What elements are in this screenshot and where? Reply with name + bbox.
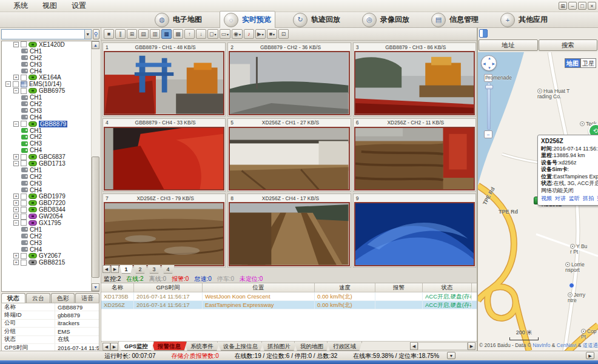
hscroll-left-icon[interactable]: ◀ <box>410 342 418 350</box>
tree-node[interactable]: +XE164A <box>2 74 99 81</box>
column-header-名称[interactable]: 名称 <box>101 283 134 292</box>
menu-item-视图[interactable]: 视图 <box>35 0 64 12</box>
toolbar-button-其他应用[interactable]: +其他应用 <box>496 11 552 29</box>
map-type-satellite-button[interactable]: 卫星 <box>580 58 596 68</box>
grid-3x3-button[interactable]: ▦ <box>161 29 172 39</box>
expand-icon[interactable]: + <box>13 260 19 265</box>
tree-checkbox[interactable] <box>21 41 27 47</box>
tree-node[interactable]: −GBB6975 <box>2 87 99 94</box>
tree-node[interactable]: +GW2054 <box>2 213 99 220</box>
tree-node[interactable]: −GX1795 <box>2 220 99 226</box>
video-cell-8[interactable]: 8XD256Z - CH4 - 17 KB/S <box>227 194 351 268</box>
tab-语音[interactable]: 语音 <box>75 293 99 303</box>
tree-node[interactable]: CH2 <box>2 101 99 107</box>
tree-node[interactable]: CH3 <box>2 180 99 187</box>
tree-checkbox[interactable] <box>21 207 27 213</box>
tab-云台[interactable]: 云台 <box>26 293 50 303</box>
tree-node[interactable]: −EMS(10/14) <box>2 81 99 87</box>
toolbar-button-轨迹回放[interactable]: ↻轨迹回放 <box>289 11 344 29</box>
column-header-GPS时间[interactable]: GPS时间 <box>134 283 203 292</box>
view-pause-button[interactable]: ∥ <box>115 29 126 39</box>
tree-node[interactable]: CH2 <box>2 233 99 240</box>
video-cell-1[interactable]: 1GBB8879 - CH1 - 48 KB/S <box>102 42 226 116</box>
monitor-tab-报警信息[interactable]: 报警信息 <box>152 342 187 351</box>
column-header-速度[interactable]: 速度 <box>315 283 375 292</box>
tree-checkbox[interactable] <box>21 121 27 127</box>
tree-checkbox[interactable] <box>21 260 27 266</box>
view-stop-button[interactable]: ■ <box>104 29 114 39</box>
collapse-icon[interactable]: − <box>5 81 11 87</box>
scroll-up-icon[interactable]: ▲ <box>92 41 99 49</box>
popup-link-对讲[interactable]: 对讲 <box>555 195 566 203</box>
video-page-tab-2[interactable]: 2 <box>133 265 147 274</box>
monitor-tab-我的地图[interactable]: 我的地图 <box>294 342 329 351</box>
column-header-状态[interactable]: 状态 <box>423 283 472 292</box>
toolbar-button-录像回放[interactable]: ◎录像回放 <box>358 11 414 29</box>
tree-node[interactable]: +GBD1979 <box>2 193 99 200</box>
search-button[interactable]: 搜索 <box>539 39 598 51</box>
expand-icon[interactable]: + <box>13 214 19 219</box>
tree-node[interactable]: CH1 <box>2 48 99 55</box>
collapse-icon[interactable]: − <box>13 42 19 47</box>
stop-button[interactable]: ■▾ <box>267 29 277 39</box>
map-zoom-slider[interactable]: + − <box>484 74 493 138</box>
toolbar-button-电子地图[interactable]: ◍电子地图 <box>150 11 206 29</box>
video-cell-2[interactable]: 2GBB8879 - CH2 - 36 KB/S <box>227 42 351 116</box>
monitor-tab-抓拍图片[interactable]: 抓拍图片 <box>261 342 297 351</box>
tree-checkbox[interactable] <box>21 200 27 206</box>
video-page-tab-4[interactable]: 4 <box>161 265 175 274</box>
tree-node[interactable]: CH2 <box>2 133 99 140</box>
expand-icon[interactable]: + <box>13 75 19 80</box>
monitor-tab-设备上报信息[interactable]: 设备上报信息 <box>217 342 264 351</box>
table-row[interactable]: XD256Z2016-07-14 11:56:17EastTampines Ex… <box>101 301 477 309</box>
tree-node[interactable]: −GBB8879 <box>2 121 99 127</box>
tab-色彩[interactable]: 色彩 <box>51 293 75 303</box>
tree-node[interactable]: CH4 <box>2 114 99 121</box>
statusbar-dropdown-button[interactable]: ▼ <box>447 352 455 359</box>
tree-node[interactable]: +GBD7220 <box>2 200 99 206</box>
popup-link-视频[interactable]: 视频 <box>541 195 552 203</box>
tree-checkbox[interactable] <box>21 194 27 200</box>
tree-node[interactable]: −GBD1713 <box>2 160 99 167</box>
table-row[interactable]: XD1735B2016-07-14 11:56:17WestJoon Koon … <box>101 292 477 301</box>
close-icon[interactable]: × <box>588 2 596 10</box>
tree-checkbox[interactable] <box>21 88 27 94</box>
tree-checkbox[interactable] <box>13 81 19 87</box>
page-up-button[interactable]: ↑ <box>184 29 195 39</box>
monitor-tab-行政区域[interactable]: 行政区域 <box>327 342 362 351</box>
window-layout-button[interactable]: ▭▾ <box>220 29 231 39</box>
column-header-报警[interactable]: 报警 <box>375 283 423 292</box>
popup-link-监听[interactable]: 监听 <box>569 195 580 203</box>
grid-4x4-button[interactable]: ▩ <box>173 29 183 39</box>
minimize-icon[interactable]: – <box>568 2 577 10</box>
snapshot-button[interactable]: ◉▾ <box>232 29 243 39</box>
zoom-out-icon[interactable]: − <box>484 130 492 138</box>
tree-node[interactable]: +GBB8215 <box>2 259 99 266</box>
video-cell-9[interactable]: 9 <box>353 194 476 268</box>
map-collapse-button[interactable] <box>479 29 488 38</box>
collapse-icon[interactable]: − <box>13 121 19 127</box>
tree-node[interactable]: CH3 <box>2 140 99 147</box>
collapse-icon[interactable]: − <box>13 161 19 166</box>
collapse-icon[interactable]: − <box>13 220 19 226</box>
tree-node[interactable]: CH2 <box>2 55 99 61</box>
play-button[interactable]: ▶▾ <box>255 29 266 39</box>
expand-icon[interactable]: + <box>13 207 19 212</box>
monitortab-right-icon[interactable]: ▶ <box>110 343 118 351</box>
map-pan-control[interactable]: ▲▼ ◀▶ <box>481 55 497 71</box>
tree-node[interactable]: CH1 <box>2 94 99 101</box>
collapse-icon[interactable]: − <box>13 88 19 93</box>
expand-icon[interactable]: + <box>13 194 19 199</box>
device-search-input[interactable] <box>1 29 85 39</box>
aspect-ratio-button[interactable]: ◻▾ <box>207 29 218 39</box>
expand-icon[interactable]: + <box>13 253 19 258</box>
tree-node[interactable]: +GBD8344 <box>2 206 99 213</box>
tab-状态[interactable]: 状态 <box>1 293 25 303</box>
video-cell-6[interactable]: 6XD256Z - CH2 - 11 KB/S <box>353 118 476 192</box>
tree-checkbox[interactable] <box>21 253 27 259</box>
search-icon[interactable]: ⚲ <box>93 29 100 39</box>
menu-item-系统[interactable]: 系统 <box>6 0 35 12</box>
tree-node[interactable]: CH4 <box>2 187 99 194</box>
tree-scrollbar[interactable]: ▲ ▼ <box>91 41 99 291</box>
tree-node[interactable]: CH3 <box>2 240 99 246</box>
